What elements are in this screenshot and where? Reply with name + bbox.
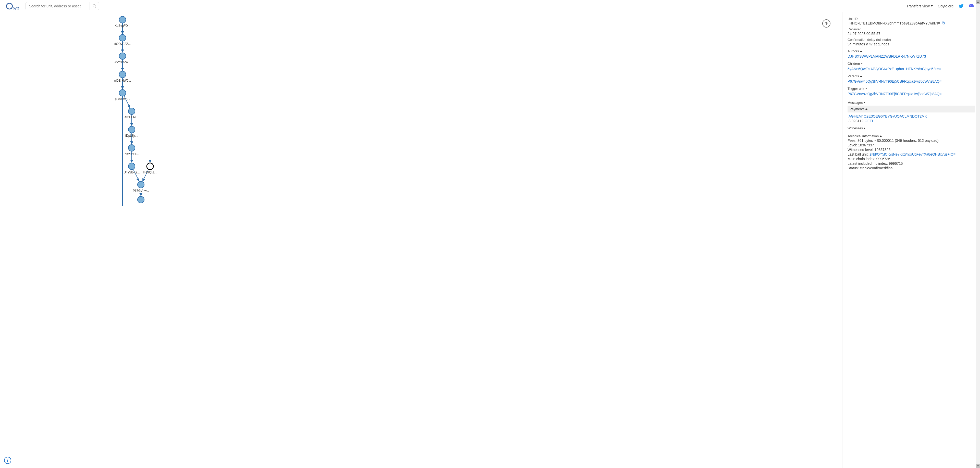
dag-node[interactable] [119,53,126,59]
dag-node[interactable] [138,197,144,203]
author-link[interactable]: DJHSXSWWPLMRNZZWBFDLRR47NKW7ZU73 [848,54,926,59]
main-chain-line: Main chain index: 9996736 [848,157,975,161]
level-line: Level: 10367337 [848,143,975,147]
received-value: 24.07.2023 00:55:57 [848,32,975,36]
chevron-up-icon [861,63,863,64]
payments-header[interactable]: Payments [848,106,975,113]
search-icon [92,4,97,8]
dag-node[interactable] [119,71,126,78]
witnesses-header[interactable]: Witnesses [848,126,975,130]
dag-node[interactable] [119,16,126,23]
scroll-up-button[interactable] [822,19,830,27]
parents-header[interactable]: Parents [848,74,975,78]
dag-node-label: AvY3OZA... [115,60,130,64]
search-box [25,2,99,10]
logo-circle-icon [6,3,13,10]
dag-node-label: p980JwS... [115,97,130,101]
confirm-delay-label: Confirmation delay (full node) [848,38,975,41]
unit-id-value: IIHHQkLTE1EBMObNRX9dnmmTbe9sZ39pAatVYuwn… [848,21,940,25]
chevron-up-icon [860,51,862,52]
trigger-link[interactable]: P67GVnw4cQg3hVRN7T90Ej5CBFRqUa1wj3pcW7jz… [848,92,942,96]
status-line: Status: stable/confirmed/final [848,166,975,170]
dag-node-label: wDErHW0... [114,79,131,82]
dag-node[interactable] [128,108,135,114]
tech-info-header[interactable]: Technical information [848,134,975,138]
dag-graph[interactable]: KeSvgFD...dOOvC2Z...AvY3OZA...wDErHW0...… [0,12,842,468]
svg-rect-16 [943,22,944,24]
dag-node[interactable] [119,35,126,41]
dag-node[interactable] [128,144,135,151]
unit-details-panel: Unit ID IIHHQkLTE1EBMObNRX9dnmmTbe9sZ39p… [842,12,980,468]
payments-label: Payments [850,107,864,111]
children-label: Children [848,62,860,65]
authors-label: Authors [848,49,859,53]
witnessed-level-line: Witnessed level: 10367326 [848,148,975,152]
dag-node[interactable] [119,89,126,96]
chevron-right-icon [864,127,866,129]
chevron-up-icon [860,76,862,77]
trigger-header[interactable]: Trigger unit [848,87,975,90]
main: KeSvgFD...dOOvC2Z...AvY3OZA...wDErHW0...… [0,12,980,468]
dag-node-label: KeSvgFD... [115,24,130,27]
copy-icon[interactable] [942,21,945,25]
transfers-view-label: Transfers view [907,4,930,8]
dag-node[interactable] [128,163,135,170]
payment-asset-link[interactable]: OETH [865,119,875,123]
last-ball-prefix: Last ball unit: [848,152,870,156]
dag-node-label: dOOvC2Z... [115,42,130,46]
dag-area[interactable]: KeSvgFD...dOOvC2Z...AvY3OZA...wDErHW0...… [0,12,842,468]
tech-info-label: Technical information [848,134,879,138]
arrow-up-icon [824,21,829,26]
scroll-down-caret-icon [977,465,979,467]
latest-mc-line: Latest included mc index: 9996715 [848,162,975,165]
scrollbar-up-button[interactable] [976,0,980,4]
chevron-up-icon [880,135,882,137]
witnesses-label: Witnesses [848,126,863,130]
payment-address-link[interactable]: AGHEM4Q2E3OEG6YEYGVJQACLMNDQT2MK [849,114,927,118]
twitter-icon[interactable] [959,3,964,9]
obyte-org-link[interactable]: Obyte.org [938,4,953,8]
confirm-delay-value: 34 minutos y 47 segundos [848,42,975,46]
svg-line-1 [95,6,96,7]
svg-point-0 [93,5,95,7]
dag-node[interactable] [128,126,135,133]
messages-label: Messages [848,101,862,105]
dag-node-label: fDpL8jx... [125,134,138,138]
child-link[interactable]: 5yANn6QwFcUAVyOGtwPxE+qdua+HFNKYdxGjnyo5… [848,67,941,71]
discord-icon[interactable] [969,3,974,9]
info-button[interactable]: i [4,457,11,464]
chevron-down-icon [931,5,933,6]
scrollbar-down-button[interactable] [976,464,980,468]
scroll-up-caret-icon [977,2,979,3]
dag-node-label: nKz96Sr... [124,152,138,156]
transfers-view-link[interactable]: Transfers view [907,4,933,8]
chevron-up-icon [865,88,867,89]
messages-header[interactable]: Messages [848,101,975,105]
logo-text: byte [13,6,19,10]
last-ball-line: Last ball unit: zNd/OY5lCIc/sNe7Kxq/nUjU… [848,152,975,156]
trigger-label: Trigger unit [848,87,864,90]
search-button[interactable] [89,2,99,10]
dag-node-label: P67GVnw... [133,189,149,192]
scrollbar-track[interactable] [976,0,980,468]
logo[interactable]: byte [6,3,21,10]
fees-line: Fees: 861 bytes ≈ $0.000011 (349 headers… [848,138,975,143]
last-ball-link[interactable]: zNd/OY5lCIc/sNe7Kxq/nUjUq+e7rXa8eOHBx7us… [870,152,956,156]
payment-amount: 3.923112 [849,119,863,123]
children-header[interactable]: Children [848,62,975,65]
dag-node[interactable] [147,163,153,170]
dag-node[interactable] [138,181,144,188]
dag-node-label: IIHHQkL... [143,171,157,174]
unit-id-label: Unit ID [848,17,975,21]
chevron-up-icon [864,102,865,103]
authors-header[interactable]: Authors [848,49,975,53]
received-label: Received [848,27,975,31]
dag-node-label: 4wiFERI... [124,116,138,119]
parent-link[interactable]: P67GVnw4cQg3hVRN7T90Ej5CBFRqUa1wj3pcW7jz… [848,79,942,83]
search-input[interactable] [26,3,89,10]
parents-label: Parents [848,74,859,78]
chevron-up-icon [865,108,867,109]
dag-node-label: U4aSBw2... [124,171,140,174]
header: byte Transfers view Obyte.org [0,0,980,12]
